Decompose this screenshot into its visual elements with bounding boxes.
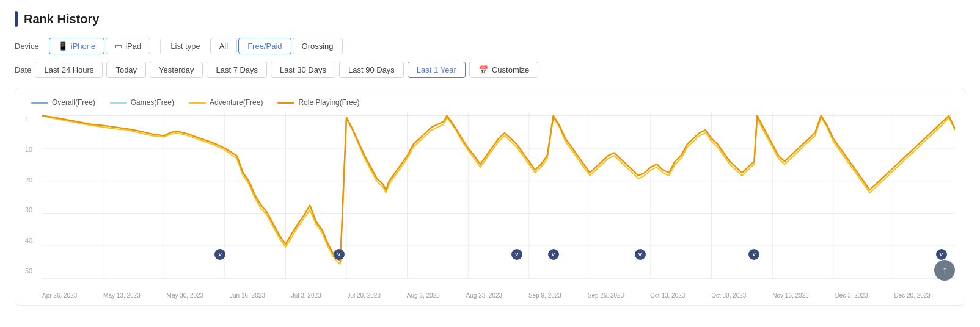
chart-container: Overall(Free) Games(Free) Adventure(Free… bbox=[15, 88, 965, 306]
device-ipad-btn[interactable]: ▭ iPad bbox=[106, 38, 150, 54]
legend-overall: Overall(Free) bbox=[31, 98, 95, 107]
date-30d-btn[interactable]: Last 30 Days bbox=[271, 62, 335, 78]
listtype-freepaid-btn[interactable]: Free/Paid bbox=[238, 38, 291, 54]
x-label-5: Jul 20, 2023 bbox=[347, 292, 381, 299]
chart-legend: Overall(Free) Games(Free) Adventure(Free… bbox=[25, 98, 955, 107]
x-label-3: Jun 16, 2023 bbox=[230, 292, 265, 299]
y-label-1: 1 bbox=[25, 115, 42, 123]
x-label-9: Sep 26, 2023 bbox=[588, 292, 624, 299]
x-label-2: May 30, 2023 bbox=[167, 292, 204, 299]
date-1y-btn[interactable]: Last 1 Year bbox=[408, 62, 466, 78]
iphone-icon: 📱 bbox=[58, 41, 68, 51]
legend-games-label: Games(Free) bbox=[131, 98, 174, 107]
x-label-7: Aug 23, 2023 bbox=[466, 292, 503, 299]
legend-line-adventure bbox=[189, 102, 206, 104]
y-label-10: 10 bbox=[25, 146, 42, 153]
roleplaying-line bbox=[42, 116, 955, 262]
x-label-8: Sep 9, 2023 bbox=[528, 292, 561, 299]
chart-svg bbox=[42, 113, 955, 290]
x-label-0: Apr 26, 2023 bbox=[42, 292, 77, 299]
y-axis: 1 10 20 30 40 50 bbox=[25, 113, 42, 299]
device-btn-group: 📱 iPhone ▭ iPad bbox=[49, 38, 151, 54]
date-row: Date Last 24 Hours Today Yesterday Last … bbox=[15, 62, 965, 78]
device-label: Device bbox=[15, 41, 39, 51]
x-label-4: Jul 3, 2023 bbox=[291, 292, 321, 299]
title-bar-accent bbox=[15, 11, 18, 27]
x-label-13: Dec 3, 2023 bbox=[835, 292, 868, 299]
x-label-1: May 13, 2023 bbox=[103, 292, 141, 299]
legend-overall-label: Overall(Free) bbox=[52, 98, 95, 107]
x-label-6: Aug 6, 2023 bbox=[407, 292, 440, 299]
controls-divider bbox=[160, 40, 161, 53]
date-yesterday-btn[interactable]: Yesterday bbox=[150, 62, 203, 78]
x-label-14: Dec 20, 2023 bbox=[894, 292, 931, 299]
version-dot-4[interactable]: v bbox=[548, 249, 559, 260]
listtype-all-btn[interactable]: All bbox=[210, 38, 237, 54]
x-label-11: Oct 30, 2023 bbox=[711, 292, 746, 299]
date-90d-btn[interactable]: Last 90 Days bbox=[339, 62, 404, 78]
y-label-20: 20 bbox=[25, 176, 42, 184]
device-iphone-btn[interactable]: 📱 iPhone bbox=[49, 38, 104, 54]
listtype-grossing-btn[interactable]: Grossing bbox=[293, 38, 343, 54]
upload-btn[interactable]: ↑ bbox=[934, 260, 955, 281]
legend-line-roleplaying bbox=[277, 102, 294, 104]
y-label-40: 40 bbox=[25, 237, 42, 244]
version-dot-3[interactable]: v bbox=[511, 249, 522, 260]
ipad-icon: ▭ bbox=[115, 41, 122, 51]
legend-games: Games(Free) bbox=[110, 98, 174, 107]
listtype-btn-group: All Free/Paid Grossing bbox=[210, 38, 343, 54]
version-dot-5[interactable]: v bbox=[635, 249, 646, 260]
customize-btn[interactable]: 📅 Customize bbox=[469, 62, 538, 78]
version-dot-6[interactable]: v bbox=[748, 249, 759, 260]
version-dot-7[interactable]: v bbox=[936, 249, 947, 260]
y-label-50: 50 bbox=[25, 267, 42, 275]
x-label-10: Oct 13, 2023 bbox=[650, 292, 685, 299]
legend-adventure-label: Adventure(Free) bbox=[210, 98, 263, 107]
date-label: Date bbox=[15, 65, 31, 74]
date-24h-btn[interactable]: Last 24 Hours bbox=[35, 62, 103, 78]
legend-roleplaying: Role Playing(Free) bbox=[277, 98, 359, 107]
legend-line-overall bbox=[31, 102, 48, 104]
date-today-btn[interactable]: Today bbox=[106, 62, 146, 78]
legend-line-games bbox=[110, 102, 127, 104]
chart-with-yaxis: 1 10 20 30 40 50 bbox=[25, 113, 955, 299]
x-label-12: Nov 16, 2023 bbox=[772, 292, 809, 299]
version-dot-2[interactable]: v bbox=[334, 249, 345, 260]
page-title: Rank History bbox=[24, 12, 99, 26]
chart-main: v v v v v v v ↑ Apr 26, 2023 May 13, 202… bbox=[42, 113, 955, 299]
y-label-30: 30 bbox=[25, 206, 42, 214]
controls-row: Device 📱 iPhone ▭ iPad List type All Fre… bbox=[15, 38, 965, 54]
legend-roleplaying-label: Role Playing(Free) bbox=[298, 98, 359, 107]
page-title-container: Rank History bbox=[15, 11, 965, 27]
x-axis-labels: Apr 26, 2023 May 13, 2023 May 30, 2023 J… bbox=[42, 290, 955, 299]
version-dot-1[interactable]: v bbox=[214, 249, 225, 260]
calendar-icon: 📅 bbox=[478, 65, 488, 74]
upload-icon: ↑ bbox=[942, 265, 947, 276]
legend-adventure: Adventure(Free) bbox=[189, 98, 263, 107]
listtype-label: List type bbox=[170, 41, 200, 51]
date-7d-btn[interactable]: Last 7 Days bbox=[207, 62, 267, 78]
